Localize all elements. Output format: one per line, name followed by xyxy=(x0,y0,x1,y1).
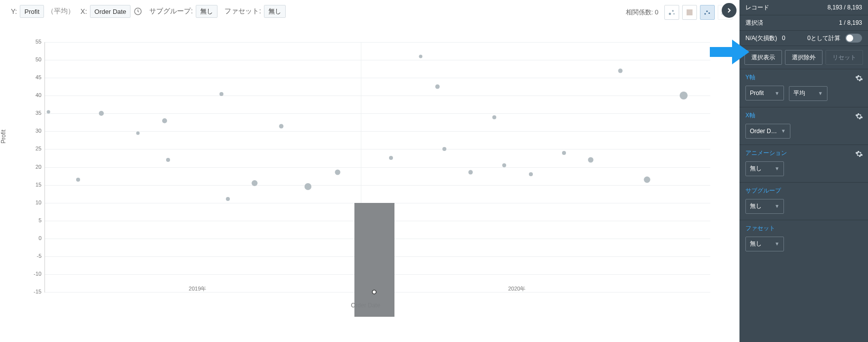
svg-point-2 xyxy=(672,10,674,11)
gear-icon[interactable] xyxy=(855,112,863,120)
chart-type-toolbar: 相関係数: 0 xyxy=(626,5,733,20)
gear-icon[interactable] xyxy=(855,150,863,158)
data-point[interactable] xyxy=(162,118,167,123)
y-tick-label: 55 xyxy=(22,39,42,45)
na-zero-toggle[interactable] xyxy=(845,34,862,43)
x-tick-label: 2020年 xyxy=(508,285,525,293)
facet-value[interactable]: 無し xyxy=(264,5,286,18)
svg-point-1 xyxy=(669,13,671,15)
data-point[interactable] xyxy=(252,180,258,186)
chevron-down-icon: ▼ xyxy=(775,241,780,246)
show-selection-button[interactable]: 選択表示 xyxy=(744,50,782,65)
x-axis-section: X軸 Order D…▼ xyxy=(739,107,868,145)
scatter-plot[interactable] xyxy=(44,42,710,293)
data-point[interactable] xyxy=(136,131,140,135)
y-tick-label: 35 xyxy=(22,110,42,116)
exclude-selection-button[interactable]: 選択除外 xyxy=(785,50,823,65)
data-point[interactable] xyxy=(76,178,80,182)
y-tick-label: 15 xyxy=(22,182,42,188)
data-point[interactable] xyxy=(279,124,283,128)
data-point[interactable] xyxy=(99,111,104,116)
data-point[interactable] xyxy=(435,85,440,89)
data-point[interactable] xyxy=(219,92,223,96)
data-point[interactable] xyxy=(618,68,623,73)
data-point[interactable] xyxy=(46,110,50,113)
na-label: N/A(欠損数) xyxy=(745,34,777,43)
y-tick-label: 40 xyxy=(22,92,42,98)
chart-type-heatmap-button[interactable] xyxy=(682,5,697,20)
chevron-down-icon: ▼ xyxy=(781,128,786,134)
y-tick-label: 50 xyxy=(22,56,42,62)
y-tick-label: 5 xyxy=(22,217,42,223)
x-variable-select[interactable]: Order D…▼ xyxy=(745,124,790,139)
na-count: 0 xyxy=(782,35,785,42)
facet-select[interactable]: 無し▼ xyxy=(745,237,784,251)
y-tick-label: 30 xyxy=(22,128,42,134)
y-tick-label: -10 xyxy=(22,271,42,277)
facet-label: ファセット: xyxy=(224,7,261,16)
subgroup-select[interactable]: 無し▼ xyxy=(745,199,784,214)
animation-select[interactable]: 無し▼ xyxy=(745,161,784,176)
data-point[interactable] xyxy=(442,147,446,151)
chart-type-scatter-button[interactable] xyxy=(700,5,715,20)
data-point[interactable] xyxy=(389,156,393,160)
records-value: 8,193 / 8,193 xyxy=(827,4,862,11)
y-variable[interactable]: Profit xyxy=(20,5,43,18)
data-point[interactable] xyxy=(304,183,311,190)
data-point[interactable] xyxy=(562,151,566,155)
chart-type-bubble-button[interactable] xyxy=(664,5,679,20)
data-point[interactable] xyxy=(588,157,593,163)
na-row: N/A(欠損数) 0 0として計算 xyxy=(739,31,868,46)
y-variable-select[interactable]: Profit▼ xyxy=(745,86,784,100)
selection-rectangle[interactable] xyxy=(354,203,394,317)
y-aggregation: （平均） xyxy=(47,7,75,16)
facet-section-title: ファセット xyxy=(745,224,862,233)
x-prefix: X: xyxy=(81,7,87,15)
x-tick-label: 2019年 xyxy=(189,285,206,293)
gridline xyxy=(45,131,710,132)
records-label: レコード xyxy=(745,3,769,12)
y-tick-label: 25 xyxy=(22,146,42,151)
animation-section: アニメーション 無し▼ xyxy=(739,145,868,183)
data-point[interactable] xyxy=(335,170,341,175)
subgroup-value[interactable]: 無し xyxy=(196,5,217,18)
gear-icon[interactable] xyxy=(855,74,863,82)
data-point[interactable] xyxy=(644,176,651,183)
x-variable[interactable]: Order Date xyxy=(90,5,130,18)
animation-section-title: アニメーション xyxy=(745,149,862,157)
data-point[interactable] xyxy=(529,172,533,176)
gridline xyxy=(45,96,710,96)
svg-rect-4 xyxy=(687,9,693,15)
y-tick-label: -15 xyxy=(22,289,42,294)
y-prefix: Y: xyxy=(11,7,17,15)
svg-point-7 xyxy=(708,12,710,14)
panel-collapse-button[interactable] xyxy=(722,3,737,18)
selected-label: 選択済 xyxy=(745,19,763,27)
selected-value: 1 / 8,193 xyxy=(839,19,862,26)
y-aggregation-select[interactable]: 平均▼ xyxy=(789,86,827,101)
chart-area: Profit Order Date -15-10-505101520253035… xyxy=(0,25,739,337)
subgroup-section: サブグループ 無し▼ xyxy=(739,183,868,220)
data-point[interactable] xyxy=(680,92,688,99)
data-point[interactable] xyxy=(502,163,506,167)
main-panel: Y: Profit （平均） X: Order Date サブグループ: 無し … xyxy=(0,0,739,342)
gridline xyxy=(45,167,710,168)
data-point[interactable] xyxy=(492,115,496,119)
clock-icon xyxy=(133,7,142,16)
subgroup-label: サブグループ: xyxy=(149,7,193,16)
y-axis-title: Profit xyxy=(0,130,7,144)
svg-point-3 xyxy=(673,13,675,15)
records-row: レコード 8,193 / 8,193 xyxy=(739,0,868,15)
gridline xyxy=(45,42,710,43)
data-point[interactable] xyxy=(226,197,230,201)
chart-config-bar: Y: Profit （平均） X: Order Date サブグループ: 無し … xyxy=(11,5,286,18)
chevron-down-icon: ▼ xyxy=(818,91,823,96)
selected-point[interactable] xyxy=(372,290,377,294)
data-point[interactable] xyxy=(166,158,170,162)
data-point[interactable] xyxy=(469,170,473,175)
y-axis-section-title: Y軸 xyxy=(745,73,862,82)
x-axis-section-title: X軸 xyxy=(745,111,862,120)
na-zero-label: 0として計算 xyxy=(790,34,840,43)
reset-selection-button[interactable]: リセット xyxy=(825,50,863,65)
data-point[interactable] xyxy=(419,54,423,58)
